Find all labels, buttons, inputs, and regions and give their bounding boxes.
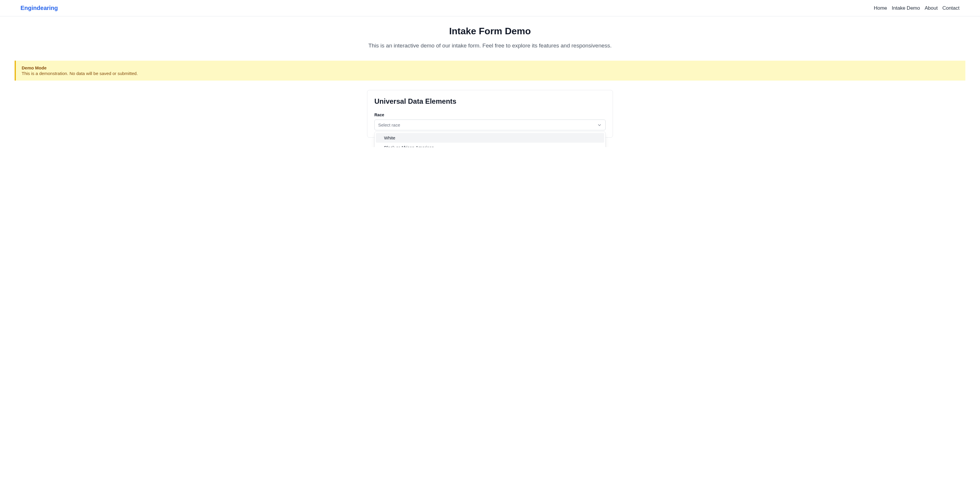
header: Engindearing Home Intake Demo About Cont… bbox=[0, 0, 980, 16]
nav-about[interactable]: About bbox=[925, 5, 937, 11]
race-select-placeholder: Select race bbox=[378, 123, 400, 128]
nav-contact[interactable]: Contact bbox=[942, 5, 959, 11]
main-content: Intake Form Demo This is an interactive … bbox=[0, 16, 980, 147]
race-select[interactable]: Select race bbox=[374, 120, 606, 131]
alert-text: This is a demonstration. No data will be… bbox=[22, 71, 959, 76]
form-card: Universal Data Elements Race Select race… bbox=[367, 90, 613, 138]
race-dropdown: White Black or African American Asian Am… bbox=[374, 132, 606, 147]
page-subtitle: This is an interactive demo of our intak… bbox=[14, 43, 966, 49]
race-option-white[interactable]: White bbox=[376, 133, 604, 143]
alert-title: Demo Mode bbox=[22, 65, 959, 70]
nav: Home Intake Demo About Contact bbox=[874, 5, 959, 11]
chevron-down-icon bbox=[597, 123, 602, 128]
demo-mode-alert: Demo Mode This is a demonstration. No da… bbox=[14, 61, 966, 81]
page-title: Intake Form Demo bbox=[14, 26, 966, 37]
nav-intake-demo[interactable]: Intake Demo bbox=[892, 5, 920, 11]
race-option-black[interactable]: Black or African American bbox=[376, 143, 604, 147]
card-title: Universal Data Elements bbox=[374, 97, 606, 105]
race-label: Race bbox=[374, 113, 606, 117]
nav-home[interactable]: Home bbox=[874, 5, 887, 11]
logo[interactable]: Engindearing bbox=[21, 5, 58, 11]
